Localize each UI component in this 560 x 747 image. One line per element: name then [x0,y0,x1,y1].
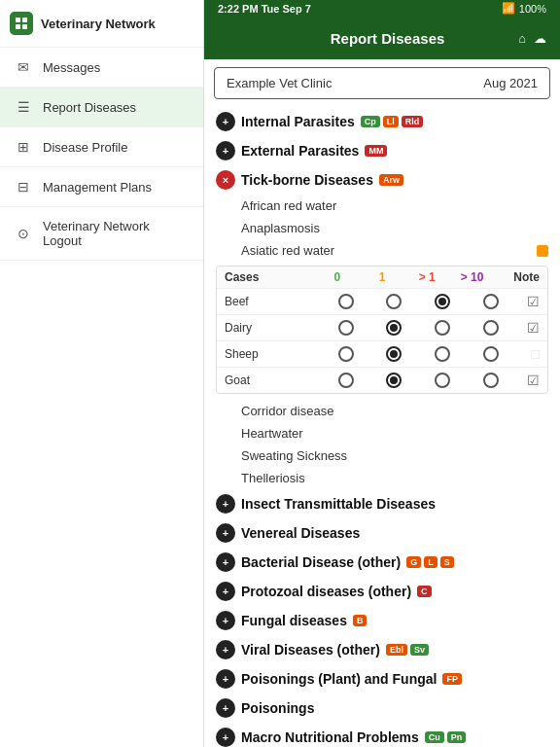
radio-sheep-0[interactable] [322,346,370,362]
note-icon-sheep-empty: □ [532,346,540,362]
tag-l: L [424,556,438,568]
header-cases: Cases [225,270,315,284]
tag-s: S [440,556,454,568]
status-right: 📶 100% [502,2,546,15]
radio-beef-gt10-circle[interactable] [483,294,499,309]
radio-goat-gt1[interactable] [418,373,467,388]
category-label-fungal: Fungal diseases [241,613,347,628]
radio-sheep-gt1-circle[interactable] [435,346,450,362]
note-icon-dairy[interactable]: ☑ [527,320,540,336]
radio-sheep-gt1[interactable] [418,346,467,362]
messages-icon: ✉ [14,59,33,75]
category-venereal-diseases[interactable]: + Venereal Diseases [208,518,556,548]
note-cell-beef[interactable]: ☑ [515,294,540,309]
note-icon-beef[interactable]: ☑ [527,294,540,309]
category-macro-nutritional[interactable]: + Macro Nutritional Problems Cu Pn [208,723,556,747]
category-insect-transmittable[interactable]: + Insect Transmittable Diseases [208,489,556,518]
radio-dairy-1-circle[interactable] [386,320,402,336]
category-label-poisonings-plant: Poisonings (Plant) and Fungal [241,671,437,687]
category-internal-parasites[interactable]: + Internal Parasites Cp Ll Rld [208,107,556,136]
category-external-parasites[interactable]: + External Parasites MM [208,136,556,165]
radio-sheep-0-circle[interactable] [338,346,354,362]
category-label-macro: Macro Nutritional Problems [241,729,419,745]
tag-rld: Rld [402,116,424,127]
radio-goat-1[interactable] [370,373,419,388]
radio-sheep-1[interactable] [370,346,419,362]
radio-goat-0-circle[interactable] [338,373,354,388]
category-poisonings-plant[interactable]: + Poisonings (Plant) and Fungal FP [208,664,556,694]
svg-rect-1 [22,18,27,22]
radio-beef-1[interactable] [370,294,419,309]
radio-dairy-gt1-circle[interactable] [435,320,450,336]
table-row-dairy[interactable]: Dairy ☑ [217,314,547,340]
row-label-goat: Goat [225,374,322,387]
sub-thelleriosis[interactable]: Thelleriosis [208,467,556,489]
note-cell-goat[interactable]: ☑ [515,373,540,388]
radio-goat-1-circle[interactable] [386,373,402,388]
radio-goat-0[interactable] [322,373,370,388]
sidebar-item-disease-profile[interactable]: ⊞ Disease Profile [0,127,203,167]
home-icon[interactable]: ⌂ [518,31,526,46]
topbar-icons: ⌂ ☁ [518,31,546,46]
radio-beef-1-circle[interactable] [386,294,402,309]
radio-dairy-1[interactable] [370,320,419,336]
sidebar-item-logout[interactable]: ⊙ Veterinary Network Logout [0,207,203,261]
category-fungal[interactable]: + Fungal diseases B [208,606,556,635]
radio-beef-gt1[interactable] [418,294,467,309]
sub-sweating-sickness[interactable]: Sweating Sickness [208,445,556,467]
radio-dairy-0[interactable] [322,320,370,336]
radio-beef-0[interactable] [322,294,370,309]
tags-fungal: B [353,615,368,626]
radio-dairy-gt10-circle[interactable] [483,320,499,336]
wifi-icon: 📶 [502,2,515,15]
category-protozoal[interactable]: + Protozoal diseases (other) C [208,577,556,606]
category-bacterial[interactable]: + Bacterial Disease (other) G L S [208,548,556,577]
radio-goat-gt10[interactable] [467,373,515,388]
table-row-goat[interactable]: Goat ☑ [217,367,547,393]
radio-sheep-gt10[interactable] [467,346,515,362]
category-poisonings[interactable]: + Poisonings [208,694,556,723]
table-row-sheep[interactable]: Sheep □ [217,340,547,367]
radio-beef-gt10[interactable] [467,294,515,309]
tags-protozoal: C [417,586,432,597]
category-icon-bacterial: + [216,552,235,572]
category-label-internal-parasites: Internal Parasites [241,114,355,129]
sidebar-item-report-diseases-label: Report Diseases [43,100,136,115]
orange-indicator [537,245,548,257]
table-row-beef[interactable]: Beef ☑ [217,288,547,314]
category-label-viral: Viral Diseases (other) [241,642,380,658]
radio-dairy-0-circle[interactable] [338,320,354,336]
app-icon [10,12,33,35]
sub-label-sweating-sickness: Sweating Sickness [241,448,347,463]
sidebar-item-report-diseases[interactable]: ☰ Report Diseases [0,88,203,127]
radio-goat-gt10-circle[interactable] [483,373,499,388]
tags-macro: Cu Pn [425,731,467,743]
svg-rect-2 [16,24,20,29]
radio-goat-gt1-circle[interactable] [435,373,450,388]
category-icon-fungal: + [216,611,235,630]
tag-c: C [417,586,432,597]
sub-anaplasmosis[interactable]: Anaplasmosis [208,217,556,239]
tag-b: B [353,615,368,626]
radio-sheep-gt10-circle[interactable] [483,346,499,362]
sub-asiatic-red-water[interactable]: Asiatic red water [208,239,556,262]
sub-corridor-disease[interactable]: Corridor disease [208,400,556,422]
sub-african-red-water[interactable]: African red water [208,195,556,217]
sidebar-item-management-plans[interactable]: ⊟ Management Plans [0,167,203,207]
category-label-bacterial: Bacterial Disease (other) [241,554,401,570]
sub-heartwater[interactable]: Heartwater [208,422,556,445]
radio-dairy-gt1[interactable] [418,320,467,336]
cloud-icon[interactable]: ☁ [534,31,546,46]
sidebar-item-messages[interactable]: ✉ Messages [0,48,203,88]
radio-sheep-1-circle[interactable] [386,346,402,362]
note-icon-goat[interactable]: ☑ [527,373,540,388]
radio-beef-0-circle[interactable] [338,294,354,309]
radio-dairy-gt10[interactable] [467,320,515,336]
tag-cp: Cp [361,116,380,127]
category-viral[interactable]: + Viral Diseases (other) Ebl Sv [208,635,556,664]
tag-pn: Pn [447,731,467,743]
category-tick-borne[interactable]: × Tick-borne Diseases Arw [208,165,556,195]
note-cell-dairy[interactable]: ☑ [515,320,540,336]
radio-beef-gt1-circle[interactable] [435,294,450,309]
topbar-title: Report Diseases [331,30,445,47]
